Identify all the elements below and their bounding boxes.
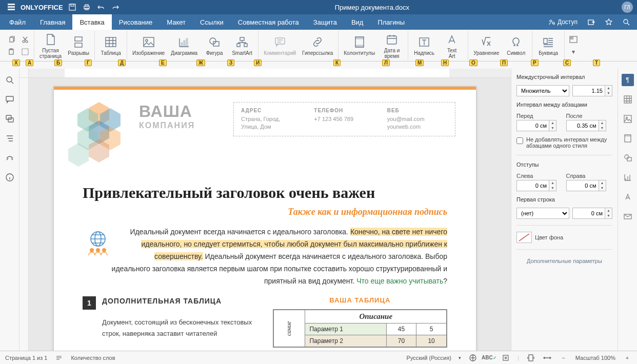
hyperlink-button[interactable]: Гиперссылка [300,34,335,57]
select-all-icon[interactable] [19,47,31,57]
wordcount-label[interactable]: Количество слов [71,355,115,361]
spellcheck-icon[interactable] [468,353,477,362]
firstline-value-input[interactable] [572,208,605,219]
image-tab-icon[interactable] [622,113,634,125]
wordcount-icon[interactable] [54,353,64,362]
svg-point-26 [210,38,216,44]
tab-plugins[interactable]: Плагины [370,14,412,30]
smartart-button[interactable]: SmartArt [229,34,255,57]
open-location-icon[interactable] [583,14,600,30]
svg-rect-41 [6,115,11,119]
blank-page-button[interactable]: Пустаястраница [37,31,64,60]
spacing-before-input[interactable] [516,120,549,131]
indent-left-input[interactable] [516,180,549,191]
tab-layout[interactable]: Макет [160,14,193,30]
copy-icon[interactable] [6,34,17,45]
svg-rect-38 [571,37,573,39]
textart-button[interactable]: TextArt [439,31,465,60]
keytip: Е [159,59,167,66]
chart-tab-icon[interactable] [622,171,634,184]
zoom-indicator[interactable]: Масштаб 100% [575,355,615,361]
firstline-mode-select[interactable]: (нет) [516,208,569,219]
shape-tab-icon[interactable] [622,152,634,164]
svg-rect-30 [244,44,247,47]
search-icon[interactable] [618,14,635,30]
user-avatar[interactable]: ГЛ [622,2,633,13]
bgcolor-picker[interactable] [516,232,532,243]
tab-references[interactable]: Ссылки [193,14,231,30]
tab-insert[interactable]: Вставка [72,14,111,30]
keytip: Ж [196,59,205,66]
about-icon[interactable] [4,171,16,184]
save-icon[interactable] [66,1,78,13]
image-button[interactable]: Изображение [130,34,167,57]
no-add-spacing-checkbox[interactable] [516,137,523,144]
svg-rect-31 [275,38,285,44]
textbox-button[interactable]: Надпись [411,34,437,57]
tab-file[interactable]: Файл [2,14,33,30]
linespacing-mode-select[interactable]: Множитель [516,85,569,96]
chat-panel-icon[interactable] [4,113,16,125]
svg-rect-2 [8,9,15,10]
controls-icon[interactable] [568,34,579,45]
headers-button[interactable]: Колонтитулы [342,34,377,57]
equation-button[interactable]: Уравнение [471,34,501,57]
mailmerge-tab-icon[interactable] [622,210,634,223]
spacing-after-input[interactable] [566,120,599,131]
indent-right-input[interactable] [566,180,599,191]
share-button[interactable]: Доступ [543,14,583,30]
symbol-button[interactable]: Символ [503,34,529,57]
favorite-icon[interactable] [600,14,618,30]
linespacing-value-input[interactable] [572,85,605,96]
cut-icon[interactable] [19,34,31,45]
dropcap-button[interactable]: Буквица [535,34,561,57]
app-menu-icon[interactable] [5,1,17,13]
undo-icon[interactable] [95,1,107,13]
tab-view[interactable]: Вид [344,14,371,30]
page-indicator[interactable]: Страница 1 из 1 [5,355,47,361]
paste-icon[interactable] [6,47,17,57]
zoom-out-icon[interactable]: − [559,353,568,362]
table-button[interactable]: Таблица [98,34,124,57]
chart-button[interactable]: Диаграмма [169,34,200,57]
textart-tab-icon[interactable] [622,191,634,203]
paragraph-tab-icon[interactable]: ¶ [622,74,634,86]
tab-home[interactable]: Главная [33,14,72,30]
spellcheck-toggle-icon[interactable]: ABC✓ [485,353,494,362]
language-indicator[interactable]: Русский (Россия) [407,355,451,361]
tab-protection[interactable]: Защита [306,14,344,30]
zoom-in-icon[interactable]: + [623,353,632,362]
redo-icon[interactable] [109,1,122,13]
horizontal-ruler[interactable] [19,69,511,78]
chevron-down-icon[interactable]: ▾ [568,47,579,57]
trackchanges-icon[interactable] [501,353,510,362]
table-tab-icon[interactable] [622,93,634,106]
fit-width-icon[interactable] [543,353,552,362]
comments-panel-icon[interactable] [4,93,16,106]
svg-rect-42 [8,118,13,122]
statusbar: Страница 1 из 1 Количество слов Русский … [0,351,637,364]
print-icon[interactable] [81,1,93,13]
datetime-button[interactable]: Дата ивремя [379,31,405,60]
shape-button[interactable]: Фигура [202,34,227,57]
keytip: О [469,59,477,66]
menu-tabs: Файл Главная Вставка Рисование Макет Ссы… [0,14,637,30]
navigation-panel-icon[interactable] [4,132,16,145]
section-title: ДОПОЛНИТЕЛЬНАЯ ТАБЛИЦА [102,296,222,306]
vertical-ruler[interactable] [19,78,29,351]
document-canvas[interactable]: ВАША КОМПАНИЯ АДРЕССтрана, Город,Улица, … [29,78,511,351]
header-tab-icon[interactable] [622,132,634,145]
section-text: Документ, состоящий из бесконечных текст… [102,317,257,339]
hyperlink-text[interactable]: Что еще важно учитывать [356,277,443,285]
fit-page-icon[interactable] [526,353,535,362]
breaks-button[interactable]: Разрывы [66,34,91,57]
advanced-link[interactable]: Дополнительные параметры [516,258,612,264]
feedback-icon[interactable] [4,152,16,164]
svg-rect-18 [75,37,82,41]
tab-collaboration[interactable]: Совместная работа [231,14,306,30]
tab-draw[interactable]: Рисование [112,14,160,30]
spinner[interactable]: ▲▼ [605,85,612,96]
search-panel-icon[interactable] [4,74,16,86]
page: ВАША КОМПАНИЯ АДРЕССтрана, Город,Улица, … [53,86,476,351]
keytip: Л [382,59,390,66]
